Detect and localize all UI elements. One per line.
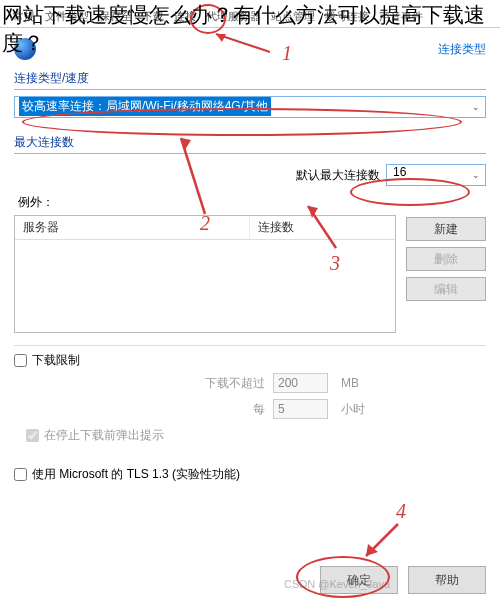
tab-proxy[interactable]: 代理服务器 xyxy=(201,6,266,27)
help-button[interactable]: 帮助 xyxy=(408,566,486,594)
col-server: 服务器 xyxy=(15,216,250,239)
connection-type-link[interactable]: 连接类型 xyxy=(438,41,486,58)
tab-sound[interactable]: 声音事件 xyxy=(374,6,428,27)
download-limit-checkbox[interactable] xyxy=(14,354,27,367)
conn-type-dropdown[interactable]: 较高速率连接：局域网/Wi-Fi/移动网络4G/其他 ⌄ xyxy=(14,96,486,118)
anno-num-4: 4 xyxy=(396,500,406,523)
svg-line-6 xyxy=(366,524,398,556)
section-max-conn-label: 最大连接数 xyxy=(14,134,486,154)
edit-button[interactable]: 编辑 xyxy=(406,277,486,301)
default-max-conn-value: 16 xyxy=(393,165,406,179)
default-max-conn-select[interactable]: 16 ⌄ xyxy=(386,164,486,186)
tls-label: 使用 Microsoft 的 TLS 1.3 (实验性功能) xyxy=(32,466,240,483)
chevron-down-icon: ⌄ xyxy=(472,170,480,180)
except-label: 例外： xyxy=(18,194,486,211)
app-logo-icon xyxy=(14,38,36,60)
tab-sitemgr[interactable]: 站点管理 xyxy=(266,6,320,27)
limit-per-label: 每 xyxy=(84,401,265,418)
limit-per-field[interactable] xyxy=(273,399,328,419)
stop-popup-label: 在停止下载前弹出提示 xyxy=(44,427,164,444)
new-button[interactable]: 新建 xyxy=(406,217,486,241)
content-area: 连接类型 连接类型/速度 较高速率连接：局域网/Wi-Fi/移动网络4G/其他 … xyxy=(0,28,500,495)
anno-arrow-4 xyxy=(360,520,405,562)
tls-checkbox[interactable] xyxy=(14,468,27,481)
tab-download[interactable]: 下载 xyxy=(137,6,169,27)
stop-popup-checkbox xyxy=(26,429,39,442)
limit-size-unit: MB xyxy=(341,376,486,390)
default-max-conn-label: 默认最大连接数 xyxy=(296,167,380,184)
tab-bar: 常规 文件类型 保存至 下载 连接 代理服务器 站点管理 拨号连接 声音事件 xyxy=(0,0,500,28)
section-conn-type-label: 连接类型/速度 xyxy=(14,70,486,90)
svg-marker-7 xyxy=(366,544,378,556)
limit-per-unit: 小时 xyxy=(341,401,486,418)
tab-saveto[interactable]: 保存至 xyxy=(94,6,137,27)
limit-size-field[interactable] xyxy=(273,373,328,393)
delete-button[interactable]: 删除 xyxy=(406,247,486,271)
tab-general[interactable]: 常规 xyxy=(8,6,40,27)
chevron-down-icon: ⌄ xyxy=(472,102,480,112)
conn-type-value: 较高速率连接：局域网/Wi-Fi/移动网络4G/其他 xyxy=(19,97,271,116)
watermark: CSDN @Keven_Java xyxy=(284,578,390,590)
tab-connection[interactable]: 连接 xyxy=(169,6,201,27)
exceptions-table[interactable]: 服务器 连接数 xyxy=(14,215,396,333)
download-limit-label: 下载限制 xyxy=(32,352,80,369)
tab-dialup[interactable]: 拨号连接 xyxy=(320,6,374,27)
tab-filetype[interactable]: 文件类型 xyxy=(40,6,94,27)
limit-size-label: 下载不超过 xyxy=(84,375,265,392)
col-conn: 连接数 xyxy=(250,216,395,239)
